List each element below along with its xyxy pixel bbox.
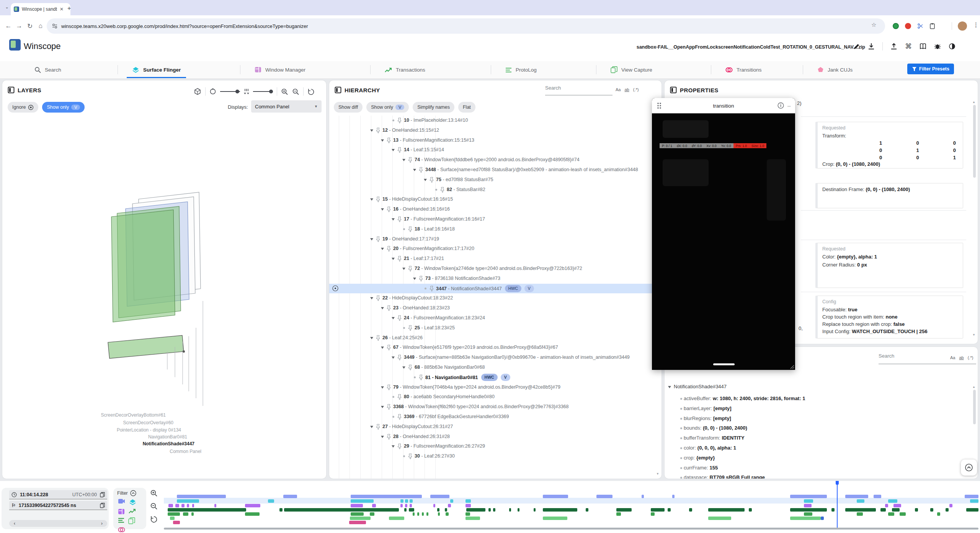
segment-surface-flinger[interactable] <box>177 499 199 503</box>
segment-transitions[interactable] <box>349 521 366 524</box>
panel-collapse-icon[interactable] <box>335 87 341 93</box>
bookmark-star-icon[interactable]: ☆ <box>871 21 876 28</box>
resize-handle-icon[interactable] <box>789 364 794 369</box>
segment-screen-recording[interactable] <box>430 495 449 498</box>
segment-protolog[interactable] <box>426 512 428 516</box>
segment-transactions[interactable] <box>892 508 900 512</box>
segment-protolog[interactable] <box>466 512 470 516</box>
pin-icon[interactable] <box>418 167 424 173</box>
segment-protolog[interactable] <box>245 512 260 516</box>
tab-search[interactable]: Search <box>34 61 61 78</box>
show-only-chip[interactable]: Show onlyV <box>42 102 85 113</box>
segment-surface-flinger[interactable] <box>970 499 978 503</box>
chevron-expander[interactable] <box>390 315 396 320</box>
tree-node-72[interactable]: 72 - WindowToken{a2746de type=2040 andro… <box>329 264 662 274</box>
property-blurRegions[interactable]: blurRegions:[empty] <box>678 414 969 423</box>
layer-rect[interactable] <box>108 335 184 358</box>
segment-view-capture[interactable] <box>170 517 175 520</box>
site-settings-icon[interactable] <box>52 23 57 29</box>
segment-surface-flinger[interactable] <box>857 499 864 503</box>
home-icon[interactable]: ⌂ <box>35 22 46 30</box>
transition-overlay-window[interactable]: transition _ P: 0 / 1dX: 0.0dY: 0.0Xv: 0… <box>652 98 795 370</box>
property-currFrame[interactable]: currFrame:155 <box>678 463 969 473</box>
hierarchy-search-input[interactable]: Search <box>545 85 612 95</box>
browser-tab[interactable]: Winscope | sandbox-FAI... ✕ <box>11 3 70 15</box>
download-icon[interactable] <box>868 43 875 50</box>
chevron-expander[interactable] <box>380 246 385 251</box>
tree-node-26[interactable]: 26 - Leaf:24:25#26 <box>329 333 662 343</box>
pin-icon[interactable] <box>418 374 424 380</box>
segment-window-manager[interactable] <box>804 504 812 507</box>
timeline-cursor[interactable] <box>837 481 838 528</box>
back-icon[interactable]: ← <box>3 22 14 30</box>
rotation-slider[interactable] <box>220 91 240 92</box>
segment-transactions[interactable] <box>966 508 978 512</box>
tree-node-22[interactable]: 22 - HideDisplayCutout:18:23#22 <box>329 293 662 303</box>
segment-transactions[interactable] <box>488 508 491 512</box>
tree-node-10[interactable]: 10 - ImePlaceholder:13:14#10 <box>329 116 662 126</box>
segment-protolog[interactable] <box>804 512 812 516</box>
segment-protolog[interactable] <box>351 512 364 516</box>
pin-icon[interactable] <box>407 453 413 459</box>
pin-icon[interactable] <box>407 157 413 163</box>
segment-transitions[interactable] <box>173 521 180 524</box>
tree-node-3368[interactable]: 3368 - WindowToken{f6b2f60 type=2024 and… <box>329 402 662 412</box>
segment-view-capture[interactable] <box>790 517 821 520</box>
segment-protolog[interactable] <box>937 512 940 516</box>
chevron-expander[interactable] <box>380 137 385 143</box>
segment-transactions[interactable] <box>409 508 414 512</box>
tree-node-3449[interactable]: 3449 - Surface(name=885b63e NavigationBa… <box>329 353 662 363</box>
chevron-expander[interactable] <box>380 305 385 311</box>
segment-window-manager[interactable] <box>214 504 216 507</box>
property-color[interactable]: color:(0, 0, 0), alpha: 1 <box>678 443 969 453</box>
segment-protolog[interactable] <box>857 512 863 516</box>
segment-protolog[interactable] <box>446 512 449 516</box>
time-field[interactable]: 11:04:14.228 UTC+00:00 <box>9 490 107 499</box>
chevron-expander[interactable] <box>390 355 396 360</box>
layers-3d-view[interactable] <box>2 117 326 479</box>
pin-icon[interactable] <box>386 246 392 252</box>
tree-node-29[interactable]: 29 - FullscreenMagnification:26:27#29 <box>329 441 662 451</box>
pin-icon[interactable] <box>407 266 413 271</box>
property-barrierLayer[interactable]: barrierLayer:[empty] <box>678 404 969 414</box>
pin-icon[interactable] <box>397 394 403 400</box>
pin-icon[interactable] <box>375 335 381 341</box>
chip-show-only[interactable]: Show onlyV <box>366 102 409 113</box>
tree-node-3448[interactable]: 3448 - Surface(name=ed70f88 StatusBar)/@… <box>329 165 662 175</box>
tab-transitions[interactable]: Transitions <box>725 61 762 78</box>
timestamp-field[interactable]: ⚐ 1715339054227572545 ns <box>9 501 107 510</box>
pin-icon[interactable] <box>407 365 413 370</box>
chevron-expander[interactable] <box>390 443 396 449</box>
segment-view-capture[interactable] <box>389 517 404 520</box>
segment-transactions[interactable] <box>168 508 246 512</box>
tree-node-75[interactable]: 75 - ed70f88 StatusBar#75 <box>329 175 662 185</box>
pin-icon[interactable] <box>407 226 413 232</box>
property-bufferTransform[interactable]: bufferTransform:IDENTITY <box>678 433 969 443</box>
segment-transactions[interactable] <box>708 508 745 512</box>
segment-screen-recording[interactable] <box>283 495 297 498</box>
segment-transactions[interactable] <box>509 508 511 512</box>
properties-scrollbar[interactable] <box>973 105 976 178</box>
segment-screen-recording[interactable] <box>965 495 978 498</box>
segment-transactions[interactable] <box>668 508 671 512</box>
filter-frames-icon[interactable] <box>128 517 135 524</box>
pin-icon[interactable] <box>386 137 392 143</box>
collapse-filter-icon[interactable] <box>130 490 136 496</box>
url-bar[interactable]: winscope.teams.x20web.corp.google.com/pr… <box>47 18 885 34</box>
segment-screen-recording[interactable] <box>351 495 422 498</box>
pin-icon[interactable] <box>397 216 403 222</box>
zoom-in-icon[interactable] <box>281 88 288 95</box>
new-tab-button[interactable]: + <box>67 5 71 12</box>
segment-transactions[interactable] <box>279 508 283 512</box>
segment-transactions[interactable] <box>616 508 632 512</box>
tree-node-17[interactable]: 17 - FullscreenMagnification:16:16#17 <box>329 214 662 224</box>
chevron-expander[interactable] <box>390 256 396 261</box>
chevron-expander[interactable] <box>380 434 385 439</box>
pin-icon[interactable] <box>397 147 403 153</box>
segment-protolog[interactable] <box>417 512 419 516</box>
segment-protolog[interactable] <box>616 512 621 516</box>
tree-node-19[interactable]: 19 - OneHanded:17:17#19 <box>329 234 662 244</box>
chevron-expander[interactable] <box>369 335 374 340</box>
segment-window-manager[interactable] <box>351 504 363 507</box>
segment-window-manager[interactable] <box>893 504 901 507</box>
